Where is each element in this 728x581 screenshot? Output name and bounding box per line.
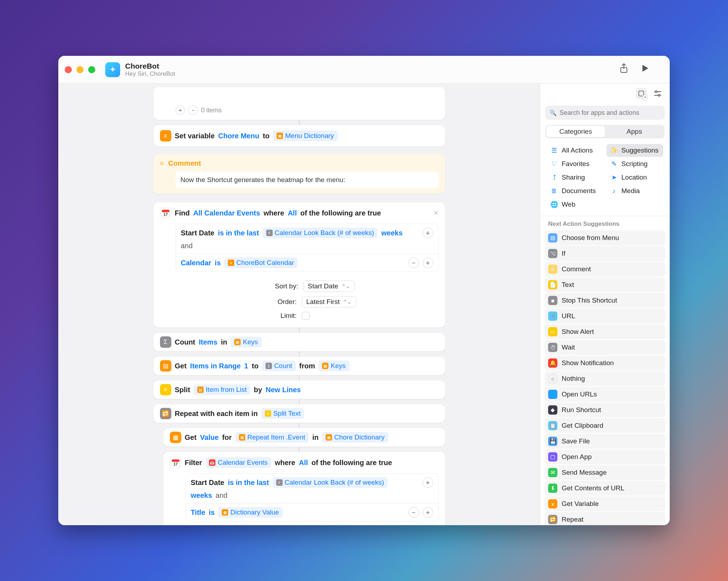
suggestion-item[interactable]: xGet Variable bbox=[545, 496, 665, 511]
suggestion-item[interactable]: ○Nothing bbox=[545, 371, 665, 386]
svg-text:17: 17 bbox=[163, 212, 167, 217]
all-token-2[interactable]: All bbox=[299, 459, 308, 467]
add-filter-button-4[interactable]: ＋ bbox=[423, 507, 433, 518]
comment-action[interactable]: ≡Comment Now the Shortcut generates the … bbox=[154, 154, 445, 194]
keys-token-2[interactable]: ▦Keys bbox=[318, 361, 349, 371]
suggestion-item[interactable]: 🔁Repeat bbox=[545, 512, 665, 525]
find-calendar-events-action[interactable]: 17 Find All Calendar Events where All of… bbox=[154, 202, 445, 327]
tab-categories[interactable]: Categories bbox=[546, 126, 605, 137]
cat-favorites[interactable]: ♡Favorites bbox=[547, 158, 604, 170]
settings-button[interactable] bbox=[652, 88, 663, 99]
editor-canvas[interactable]: ＋ － 0 items x Set variable Chore Menu to… bbox=[58, 84, 540, 525]
weeks-token[interactable]: weeks bbox=[381, 229, 402, 237]
item-from-list-token[interactable]: ▤Item from List bbox=[194, 384, 250, 395]
cat-documents[interactable]: 🗎Documents bbox=[547, 185, 604, 197]
suggestion-item[interactable]: ▢Open App bbox=[545, 449, 665, 464]
calendar-events-token[interactable]: 📅Calendar Events bbox=[205, 457, 271, 468]
suggestion-item[interactable]: 💾Save File bbox=[545, 434, 665, 449]
calendar-field[interactable]: Calendar bbox=[181, 259, 212, 267]
remove-filter-button-2[interactable]: － bbox=[408, 507, 419, 518]
menu-dictionary-token[interactable]: ▦Menu Dictionary bbox=[273, 130, 337, 141]
dictionary-value-token[interactable]: ▦Dictionary Value bbox=[218, 507, 283, 518]
start-date-field-2[interactable]: Start Date bbox=[191, 479, 224, 487]
search-field[interactable]: 🔍 bbox=[545, 106, 665, 120]
sort-by-select[interactable]: Start Date⌃⌄ bbox=[303, 281, 355, 292]
newlines-token[interactable]: New Lines bbox=[266, 386, 301, 394]
cat-location[interactable]: ➤Location bbox=[606, 171, 663, 184]
items-token[interactable]: Items bbox=[199, 338, 217, 346]
cat-scripting[interactable]: ✎Scripting bbox=[606, 158, 663, 170]
order-select[interactable]: Latest First⌃⌄ bbox=[302, 296, 357, 308]
suggestion-item[interactable]: 📄Text bbox=[545, 277, 665, 292]
repeat-label: Repeat with each item in bbox=[175, 410, 258, 418]
tab-apps[interactable]: Apps bbox=[605, 126, 664, 137]
suggestion-item[interactable]: ◆Run Shortcut bbox=[545, 403, 665, 417]
value-token[interactable]: Value bbox=[200, 433, 219, 442]
is-in-last-token[interactable]: is in the last bbox=[218, 229, 259, 237]
suggestion-item[interactable]: 🔔Show Notification bbox=[545, 356, 665, 371]
suggestion-icon: ▢ bbox=[548, 452, 557, 462]
get-items-in-range-action[interactable]: ▤ Get Items in Range 1 to ΣCount from ▦K… bbox=[154, 357, 445, 375]
close-window-button[interactable] bbox=[65, 66, 72, 73]
suggestion-item[interactable]: 📋Get Clipboard bbox=[545, 418, 665, 433]
suggestion-item[interactable]: ▤Choose from Menu bbox=[545, 230, 665, 245]
zoom-window-button[interactable] bbox=[88, 66, 95, 73]
limit-checkbox[interactable] bbox=[302, 312, 310, 320]
close-icon[interactable]: ✕ bbox=[433, 209, 439, 217]
search-input[interactable] bbox=[560, 109, 660, 117]
run-button[interactable] bbox=[641, 64, 649, 75]
suggestion-item[interactable]: ≡Comment bbox=[545, 262, 665, 277]
chorebot-calendar-token[interactable]: xChoreBot Calendar bbox=[224, 257, 298, 268]
start-date-field[interactable]: Start Date bbox=[181, 229, 214, 237]
split-text-token[interactable]: ≡Split Text bbox=[261, 408, 304, 419]
add-filter-button-3[interactable]: ＋ bbox=[423, 477, 433, 488]
split-text-action[interactable]: ≡ Split ▤Item from List by New Lines bbox=[154, 380, 445, 399]
suggestion-item[interactable]: 🌐Open URLs bbox=[545, 387, 665, 402]
cat-sharing[interactable]: ⤴Sharing bbox=[547, 171, 604, 184]
filter-calendar-events-action[interactable]: 17 Filter 📅Calendar Events where All of … bbox=[164, 452, 445, 525]
suggestion-item[interactable]: ▭Show Alert bbox=[545, 324, 665, 339]
get-dictionary-value-action[interactable]: ▦ Get Value for ▦Repeat Item .Event in ▦… bbox=[164, 428, 445, 447]
suggestion-item[interactable]: 🔗URL bbox=[545, 309, 665, 324]
comment-text[interactable]: Now the Shortcut generates the heatmap f… bbox=[176, 172, 439, 188]
title-field[interactable]: Title bbox=[191, 508, 205, 517]
suggestion-item[interactable]: ■Stop This Shortcut bbox=[545, 293, 665, 308]
repeat-action[interactable]: 🔁 Repeat with each item in ≡Split Text bbox=[154, 404, 445, 423]
remove-item-button[interactable]: － bbox=[188, 106, 198, 115]
items-in-range-token[interactable]: Items in Range bbox=[190, 362, 241, 370]
is-token[interactable]: is bbox=[215, 259, 221, 267]
all-calendar-events-token[interactable]: All Calendar Events bbox=[193, 209, 260, 217]
share-button[interactable] bbox=[619, 63, 628, 76]
suggestion-item[interactable]: ⌥If bbox=[545, 246, 665, 261]
chore-dictionary-token[interactable]: ▦Chore Dictionary bbox=[322, 432, 388, 443]
add-filter-button-2[interactable]: ＋ bbox=[423, 257, 433, 268]
suggestion-item[interactable]: ⬇Get Contents of URL bbox=[545, 481, 665, 496]
lookback-token[interactable]: #Calendar Look Back (# of weeks) bbox=[263, 228, 378, 238]
set-variable-action[interactable]: x Set variable Chore Menu to ▦Menu Dicti… bbox=[154, 125, 445, 146]
count-label: Count bbox=[175, 338, 196, 346]
weeks-token-2[interactable]: weeks bbox=[191, 491, 212, 500]
cat-suggestions[interactable]: ✨Suggestions bbox=[606, 144, 663, 157]
is-in-last-token-2[interactable]: is in the last bbox=[228, 479, 269, 487]
add-item-button[interactable]: ＋ bbox=[176, 106, 185, 115]
cat-media[interactable]: ♪Media bbox=[606, 185, 663, 197]
remove-filter-button[interactable]: － bbox=[408, 257, 419, 268]
minimize-window-button[interactable] bbox=[76, 66, 84, 73]
lookback-token-2[interactable]: #Calendar Look Back (# of weeks) bbox=[273, 477, 388, 488]
suggestion-item[interactable]: ✉Send Message bbox=[545, 465, 665, 480]
add-action-button[interactable] bbox=[636, 88, 647, 99]
is-token-2[interactable]: is bbox=[209, 508, 215, 517]
cat-all-actions[interactable]: ☰All Actions bbox=[547, 144, 604, 157]
add-filter-button[interactable]: ＋ bbox=[423, 228, 433, 238]
cat-web[interactable]: 🌐Web bbox=[547, 198, 604, 211]
all-token[interactable]: All bbox=[288, 209, 297, 217]
dictionary-action[interactable]: ＋ － 0 items bbox=[154, 87, 445, 120]
variable-name-token[interactable]: Chore Menu bbox=[218, 132, 259, 140]
count-magic-token[interactable]: ΣCount bbox=[262, 361, 296, 371]
suggestion-item[interactable]: ⏱Wait bbox=[545, 340, 665, 355]
keys-token[interactable]: ▦Keys bbox=[231, 337, 261, 347]
repeat-item-token[interactable]: ▦Repeat Item .Event bbox=[235, 432, 309, 443]
count-action[interactable]: Σ Count Items in ▦Keys bbox=[154, 333, 445, 351]
suggestion-icon: ✉ bbox=[548, 468, 557, 477]
range-start-token[interactable]: 1 bbox=[244, 362, 248, 370]
